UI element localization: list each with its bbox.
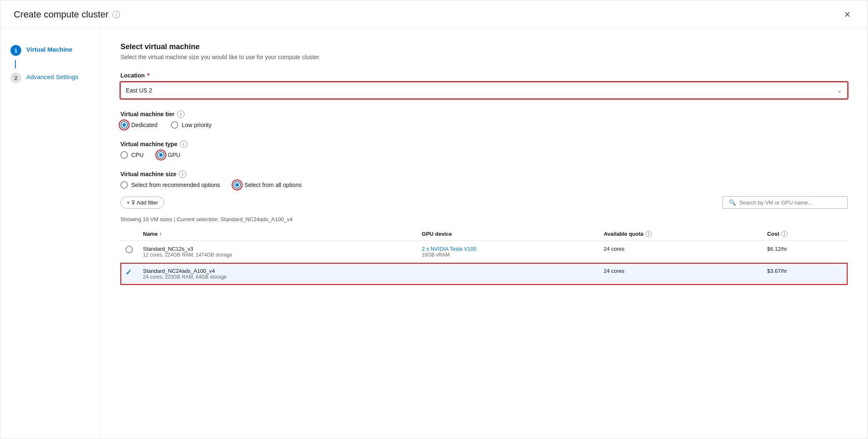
col-select bbox=[120, 227, 138, 241]
radio-gpu-outer bbox=[157, 151, 165, 159]
table-row[interactable]: Standard_NC12s_v3 12 cores, 224GB RAM, 1… bbox=[120, 241, 848, 263]
vm-table-header: Name ↑ GPU device Available quota i bbox=[120, 227, 848, 241]
vm-table: Name ↑ GPU device Available quota i bbox=[120, 227, 848, 285]
row2-vm-name: Standard_NC24ads_A100_v4 bbox=[143, 268, 412, 274]
vm-table-info: Showing 18 VM sizes | Current selection:… bbox=[120, 216, 848, 222]
vm-tier-info-icon[interactable]: i bbox=[177, 110, 185, 118]
row1-gpu-device: 2 x NVIDIA Tesla V100 16GB vRAM bbox=[417, 241, 598, 263]
radio-all-options-outer bbox=[233, 181, 241, 189]
col-available-quota: Available quota i bbox=[599, 227, 762, 241]
row2-cost: $3.67/hr bbox=[762, 263, 848, 285]
col-name[interactable]: Name ↑ bbox=[138, 227, 417, 241]
location-value: East US 2 bbox=[126, 87, 152, 94]
sidebar-connector bbox=[15, 60, 16, 68]
section-subtitle: Select the virtual machine size you woul… bbox=[120, 54, 848, 60]
filter-search-row: + ⊽ Add filter 🔍 bbox=[120, 196, 848, 209]
table-row[interactable]: ✓ Standard_NC24ads_A100_v4 24 cores, 220… bbox=[120, 263, 848, 285]
radio-gpu-inner bbox=[159, 153, 163, 157]
radio-dedicated-inner bbox=[123, 123, 126, 127]
row1-vm-specs: 12 cores, 224GB RAM, 1474GB storage bbox=[143, 252, 412, 258]
vm-table-header-row: Name ↑ GPU device Available quota i bbox=[120, 227, 848, 241]
radio-low-priority[interactable]: Low priority bbox=[171, 121, 212, 129]
sidebar-item-virtual-machine[interactable]: 1 Virtual Machine bbox=[0, 41, 100, 60]
row2-available-quota: 24 cores bbox=[599, 263, 762, 285]
radio-recommended[interactable]: Select from recommended options bbox=[120, 181, 220, 189]
sidebar-label-virtual-machine: Virtual Machine bbox=[26, 45, 73, 53]
vm-tier-radio-group: Dedicated Low priority bbox=[120, 121, 848, 129]
location-dropdown[interactable]: East US 2 ⌄ bbox=[120, 82, 848, 99]
vm-size-options: Select from recommended options Select f… bbox=[120, 181, 848, 189]
main-content: Select virtual machine Select the virtua… bbox=[100, 27, 868, 439]
row1-gpu-link[interactable]: 2 x NVIDIA Tesla V100 bbox=[422, 246, 593, 252]
radio-cpu-label: CPU bbox=[131, 152, 144, 158]
dialog-title-row: Create compute cluster i bbox=[14, 9, 120, 20]
row1-gpu-vram: 16GB vRAM bbox=[422, 252, 593, 258]
location-field-group: Location * East US 2 ⌄ bbox=[120, 72, 848, 99]
row2-checkmark: ✓ bbox=[125, 268, 132, 277]
row1-name-cell: Standard_NC12s_v3 12 cores, 224GB RAM, 1… bbox=[138, 241, 417, 263]
row2-vm-specs: 24 cores, 220GB RAM, 64GB storage bbox=[143, 274, 412, 280]
radio-gpu-label: GPU bbox=[168, 152, 180, 158]
location-label: Location * bbox=[120, 72, 848, 79]
row2-select[interactable]: ✓ bbox=[120, 263, 138, 285]
vm-type-field-group: Virtual machine type i CPU GPU bbox=[120, 140, 848, 159]
row2-name-cell: Standard_NC24ads_A100_v4 24 cores, 220GB… bbox=[138, 263, 417, 285]
dialog-body: 1 Virtual Machine 2 Advanced Settings Se… bbox=[0, 27, 868, 439]
close-button[interactable]: ✕ bbox=[840, 8, 854, 21]
dialog-title-info-icon[interactable]: i bbox=[113, 11, 120, 18]
search-box: 🔍 bbox=[723, 196, 848, 209]
step-circle-2: 2 bbox=[10, 72, 21, 83]
sidebar: 1 Virtual Machine 2 Advanced Settings bbox=[0, 27, 100, 439]
col-gpu-device: GPU device bbox=[417, 227, 598, 241]
row1-vm-name: Standard_NC12s_v3 bbox=[143, 246, 412, 252]
search-icon: 🔍 bbox=[729, 199, 736, 206]
available-quota-info-icon[interactable]: i bbox=[645, 231, 652, 237]
add-filter-button[interactable]: + ⊽ Add filter bbox=[120, 197, 164, 209]
create-compute-cluster-dialog: Create compute cluster i ✕ 1 Virtual Mac… bbox=[0, 0, 868, 439]
step-circle-1: 1 bbox=[10, 45, 21, 56]
vm-table-body: Standard_NC12s_v3 12 cores, 224GB RAM, 1… bbox=[120, 241, 848, 285]
radio-low-priority-outer bbox=[171, 121, 178, 129]
cost-info-icon[interactable]: i bbox=[781, 231, 788, 237]
radio-low-priority-label: Low priority bbox=[182, 122, 212, 128]
radio-dedicated[interactable]: Dedicated bbox=[120, 121, 158, 129]
sidebar-label-advanced-settings: Advanced Settings bbox=[26, 72, 78, 80]
radio-recommended-label: Select from recommended options bbox=[131, 182, 220, 188]
vm-type-radio-group: CPU GPU bbox=[120, 151, 848, 159]
vm-type-label: Virtual machine type i bbox=[120, 140, 848, 148]
required-star: * bbox=[147, 72, 149, 79]
dialog-title: Create compute cluster bbox=[14, 9, 108, 20]
row1-cost: $6.12/hr bbox=[762, 241, 848, 263]
radio-gpu[interactable]: GPU bbox=[157, 151, 180, 159]
row1-available-quota: 24 cores bbox=[599, 241, 762, 263]
col-cost: Cost i bbox=[762, 227, 848, 241]
sidebar-item-advanced-settings[interactable]: 2 Advanced Settings bbox=[0, 68, 100, 87]
chevron-down-icon: ⌄ bbox=[837, 87, 842, 94]
vm-size-label: Virtual machine size i bbox=[120, 170, 848, 178]
vm-type-info-icon[interactable]: i bbox=[180, 140, 188, 148]
row1-select[interactable] bbox=[120, 241, 138, 263]
vm-tier-field-group: Virtual machine tier i Dedicated Low pri… bbox=[120, 110, 848, 129]
radio-dedicated-label: Dedicated bbox=[131, 122, 158, 128]
radio-all-options[interactable]: Select from all options bbox=[233, 181, 302, 189]
section-title: Select virtual machine bbox=[120, 42, 848, 51]
radio-cpu[interactable]: CPU bbox=[120, 151, 144, 159]
row2-gpu-device bbox=[417, 263, 598, 285]
row1-radio-outer bbox=[125, 246, 133, 253]
vm-size-info-icon[interactable]: i bbox=[179, 170, 186, 178]
search-input[interactable] bbox=[739, 200, 841, 206]
radio-cpu-outer bbox=[120, 151, 128, 159]
radio-recommended-outer bbox=[120, 181, 128, 189]
radio-all-options-label: Select from all options bbox=[244, 182, 302, 188]
vm-tier-label: Virtual machine tier i bbox=[120, 110, 848, 118]
vm-size-field-group: Virtual machine size i Select from recom… bbox=[120, 170, 848, 285]
radio-dedicated-outer bbox=[120, 121, 128, 129]
dialog-header: Create compute cluster i ✕ bbox=[0, 0, 868, 27]
radio-all-options-inner bbox=[235, 183, 239, 187]
